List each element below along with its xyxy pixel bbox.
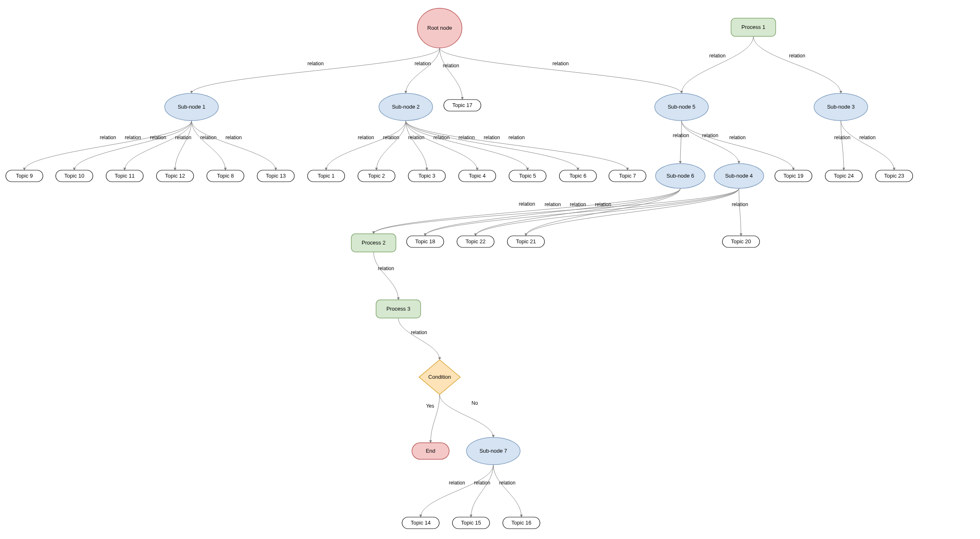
node-topic6[interactable]: Topic 6: [559, 170, 597, 182]
node-sub2[interactable]: Sub-node 2: [379, 93, 433, 121]
edge-process1-sub5: [682, 36, 753, 93]
edge-sub5-sub6: [680, 121, 682, 164]
edge-sub6-topic21: [526, 188, 680, 236]
node-topic18[interactable]: Topic 18: [407, 236, 444, 247]
node-topic13[interactable]: Topic 13: [257, 170, 294, 182]
edge-label: relation: [595, 202, 611, 207]
edge-root-topic17: [440, 48, 462, 100]
node-label: Topic 19: [784, 173, 803, 179]
edge-label: relation: [443, 63, 459, 69]
node-topic15[interactable]: Topic 15: [452, 517, 490, 529]
node-topic17[interactable]: Topic 17: [444, 100, 481, 111]
node-label: Topic 24: [834, 173, 854, 179]
edge-sub2-topic7: [406, 121, 627, 170]
node-label: Topic 4: [469, 173, 485, 179]
node-label: Topic 6: [569, 173, 586, 179]
node-label: Sub-node 6: [666, 173, 694, 179]
node-topic9[interactable]: Topic 9: [6, 170, 43, 182]
edge-label: relation: [859, 135, 876, 140]
node-topic14[interactable]: Topic 14: [402, 517, 439, 529]
node-topic20[interactable]: Topic 20: [722, 236, 760, 247]
edge-label: relation: [834, 135, 850, 140]
edge-label: relation: [789, 53, 805, 59]
node-topic4[interactable]: Topic 4: [459, 170, 496, 182]
node-label: Topic 5: [519, 173, 536, 179]
edge-label: relation: [358, 135, 374, 140]
node-topic16[interactable]: Topic 16: [503, 517, 540, 529]
node-topic19[interactable]: Topic 19: [775, 170, 812, 182]
node-topic2[interactable]: Topic 2: [358, 170, 395, 182]
edge-label: relation: [383, 135, 399, 140]
node-topic5[interactable]: Topic 5: [509, 170, 546, 182]
edge-sub2-topic6: [406, 121, 578, 170]
node-label: Topic 10: [64, 173, 84, 179]
node-sub3[interactable]: Sub-node 3: [814, 93, 868, 121]
node-root[interactable]: Root node: [417, 8, 462, 48]
node-topic3[interactable]: Topic 3: [408, 170, 445, 182]
edge-process3-condition: [398, 318, 440, 360]
node-label: Process 2: [362, 240, 386, 246]
edge-sub4-topic18: [425, 188, 739, 236]
node-topic1[interactable]: Topic 1: [308, 170, 345, 182]
edge-sub3-topic23: [841, 121, 894, 170]
node-sub6[interactable]: Sub-node 6: [656, 164, 705, 188]
edge-label: relation: [709, 53, 725, 59]
node-label: Topic 21: [516, 238, 536, 245]
node-topic8[interactable]: Topic 8: [207, 170, 244, 182]
node-topic10[interactable]: Topic 10: [56, 170, 93, 182]
node-label: Topic 3: [418, 173, 435, 179]
node-label: Topic 16: [511, 520, 531, 526]
edge-label: relation: [225, 135, 241, 140]
node-topic24[interactable]: Topic 24: [825, 170, 862, 182]
node-topic23[interactable]: Topic 23: [876, 170, 913, 182]
node-sub7[interactable]: Sub-node 7: [466, 437, 520, 465]
node-label: Topic 7: [619, 173, 636, 179]
node-topic7[interactable]: Topic 7: [609, 170, 646, 182]
node-label: Topic 8: [217, 173, 234, 179]
node-label: Topic 22: [466, 238, 485, 245]
node-label: Topic 14: [411, 520, 431, 526]
edge-label: relation: [570, 202, 586, 207]
node-process1[interactable]: Process 1: [731, 18, 776, 36]
edge-sub4-topic20: [739, 188, 741, 236]
edge-root-sub1: [192, 48, 440, 93]
node-label: Sub-node 4: [725, 173, 753, 179]
node-topic11[interactable]: Topic 11: [106, 170, 143, 182]
node-sub5[interactable]: Sub-node 5: [655, 93, 708, 121]
edge-label: relation: [449, 480, 465, 486]
node-end[interactable]: End: [412, 443, 449, 459]
edge-root-sub5: [440, 48, 682, 93]
node-topic21[interactable]: Topic 21: [507, 236, 544, 247]
node-label: Topic 13: [266, 173, 286, 179]
node-condition[interactable]: Condition: [419, 360, 460, 394]
edge-label: relation: [673, 133, 689, 138]
edge-sub6-process2: [374, 188, 680, 234]
edge-process2-process3: [374, 252, 398, 300]
node-label: Topic 15: [461, 520, 481, 526]
node-label: Topic 11: [115, 173, 135, 179]
node-sub4[interactable]: Sub-node 4: [714, 164, 764, 188]
edge-sub1-topic8: [192, 121, 225, 170]
edge-label: relation: [544, 202, 561, 207]
node-label: Topic 17: [452, 102, 472, 108]
edge-label: relation: [729, 135, 746, 140]
edge-label: relation: [732, 202, 748, 207]
node-topic12[interactable]: Topic 12: [156, 170, 194, 182]
node-label: Sub-node 3: [827, 104, 855, 110]
edge-sub6-topic18: [425, 188, 680, 236]
node-process3[interactable]: Process 3: [376, 300, 421, 318]
node-label: Process 3: [386, 306, 410, 312]
node-label: Condition: [428, 374, 451, 380]
edge-process1-sub3: [753, 36, 841, 93]
node-topic22[interactable]: Topic 22: [457, 236, 494, 247]
edge-sub1-topic10: [74, 121, 192, 170]
edge-sub1-topic11: [125, 121, 192, 170]
edge-label: relation: [519, 201, 535, 207]
node-process2[interactable]: Process 2: [351, 234, 396, 252]
node-label: Topic 1: [317, 173, 334, 179]
edge-condition-sub7: [440, 394, 493, 437]
edge-sub6-topic22: [476, 188, 680, 236]
node-sub1[interactable]: Sub-node 1: [165, 93, 218, 121]
node-label: Topic 12: [165, 173, 185, 179]
node-label: End: [426, 448, 435, 454]
